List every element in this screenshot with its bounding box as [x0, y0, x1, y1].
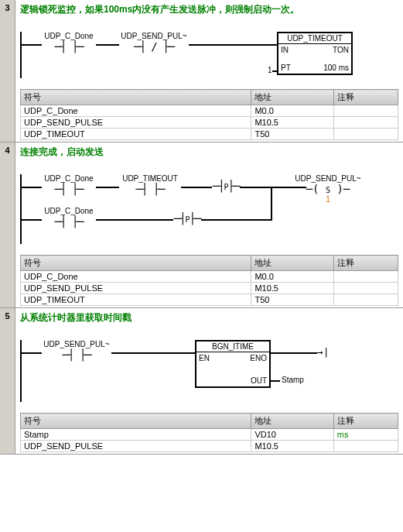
rung-5: 5 从系统计时器里获取时间戳 UDP_SEND_PUL~─┤ ├─ BGN_IT…: [0, 308, 403, 455]
contact-no: UDP_SEND_PUL~─┤ ├─: [42, 340, 111, 361]
ladder-diagram: UDP_C_Done─┤ ├─ UDP_TIMEOUT─┤ ├─ ─┤P├─ U…: [20, 163, 398, 249]
out-value: Stamp: [282, 376, 304, 384]
pt-value: 1: [268, 66, 272, 74]
rung-body: 从系统计时器里获取时间戳 UDP_SEND_PUL~─┤ ├─ BGN_ITIM…: [15, 308, 403, 454]
rung-title: 从系统计时器里获取时间戳: [20, 311, 398, 324]
symbol-table: 符号地址注释 UDP_C_DoneM0.0 UDP_SEND_PULSEM10.…: [20, 89, 398, 140]
rung-number: 4: [0, 142, 15, 307]
contact-no: UDP_TIMEOUT─┤ ├─: [119, 174, 181, 195]
symbol-table: 符号地址注释 StampVD10ms UDP_SEND_PULSEM10.5: [20, 413, 398, 452]
table-row: UDP_SEND_PULSEM10.5: [21, 441, 398, 452]
table-row: UDP_C_DoneM0.0: [21, 105, 398, 117]
table-row: UDP_C_DoneM0.0: [21, 271, 398, 283]
symbol-table: 符号地址注释 UDP_C_DoneM0.0 UDP_SEND_PULSEM10.…: [20, 255, 398, 306]
contact-no: UDP_C_Done─┤ ├─: [42, 207, 96, 228]
table-row: UDP_TIMEOUTT50: [21, 129, 398, 140]
contact-p: ─┤P├─: [173, 212, 201, 225]
contact-no: UDP_C_Done─┤ ├─: [42, 174, 96, 195]
table-row: StampVD10ms: [21, 429, 398, 441]
rung-number: 3: [0, 0, 15, 142]
contact-no: UDP_C_Done ─┤ ├─: [42, 32, 96, 53]
coil-set: UDP_SEND_PUL~ ─( S )─ 1: [292, 174, 364, 204]
table-row: UDP_TIMEOUTT50: [21, 294, 398, 306]
not-icon: →|: [317, 346, 328, 358]
function-block: BGN_ITIME ENENO OUT: [195, 340, 271, 388]
ladder-diagram: UDP_SEND_PUL~─┤ ├─ BGN_ITIME ENENO OUT →…: [20, 329, 398, 407]
contact-p: ─┤P├─: [212, 180, 240, 192]
rung-4: 4 连接完成，启动发送 UDP_C_Done─┤ ├─ UDP_TIMEOUT─…: [0, 142, 403, 308]
timer-block: UDP_TIMEOUT INTON PT100 ms: [277, 32, 353, 75]
rung-body: 连接完成，启动发送 UDP_C_Done─┤ ├─ UDP_TIMEOUT─┤ …: [15, 142, 403, 307]
rung-title: 逻辑锁死监控，如果100ms内没有产生发送脉冲，则强制启动一次。: [20, 3, 398, 16]
rung-3: 3 逻辑锁死监控，如果100ms内没有产生发送脉冲，则强制启动一次。 UDP_C…: [0, 0, 403, 142]
ladder-diagram: UDP_C_Done ─┤ ├─ UDP_SEND_PUL~ ─┤ / ├─ U…: [20, 21, 398, 83]
table-row: UDP_SEND_PULSEM10.5: [21, 117, 398, 129]
rung-number: 5: [0, 308, 15, 454]
table-row: UDP_SEND_PULSEM10.5: [21, 283, 398, 294]
rung-body: 逻辑锁死监控，如果100ms内没有产生发送脉冲，则强制启动一次。 UDP_C_D…: [15, 0, 403, 142]
contact-nc: UDP_SEND_PUL~ ─┤ / ├─: [119, 32, 189, 53]
rung-title: 连接完成，启动发送: [20, 146, 398, 159]
